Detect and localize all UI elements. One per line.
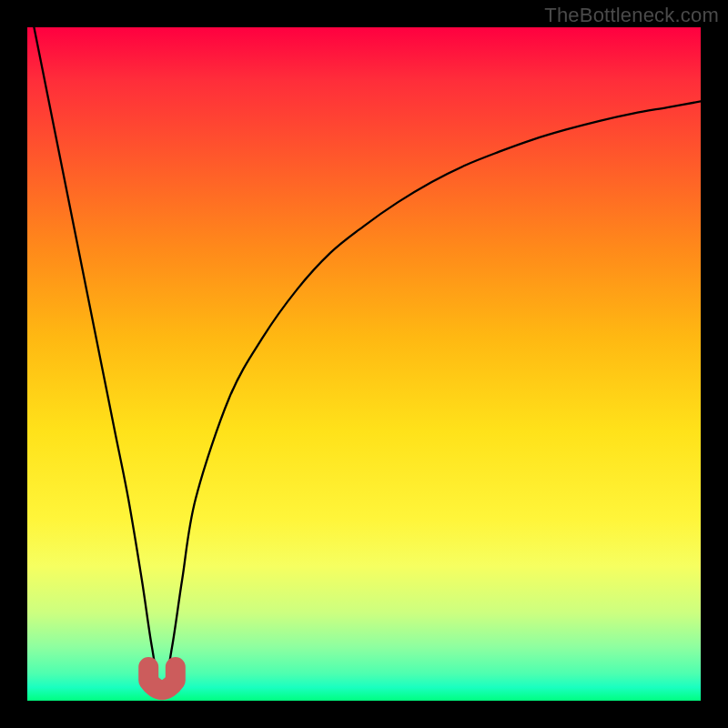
chart-frame: TheBottleneck.com bbox=[0, 0, 728, 728]
watermark-text: TheBottleneck.com bbox=[544, 4, 719, 27]
plot-area bbox=[27, 27, 701, 701]
optimal-marker bbox=[148, 667, 176, 690]
bottleneck-curve bbox=[27, 27, 701, 701]
